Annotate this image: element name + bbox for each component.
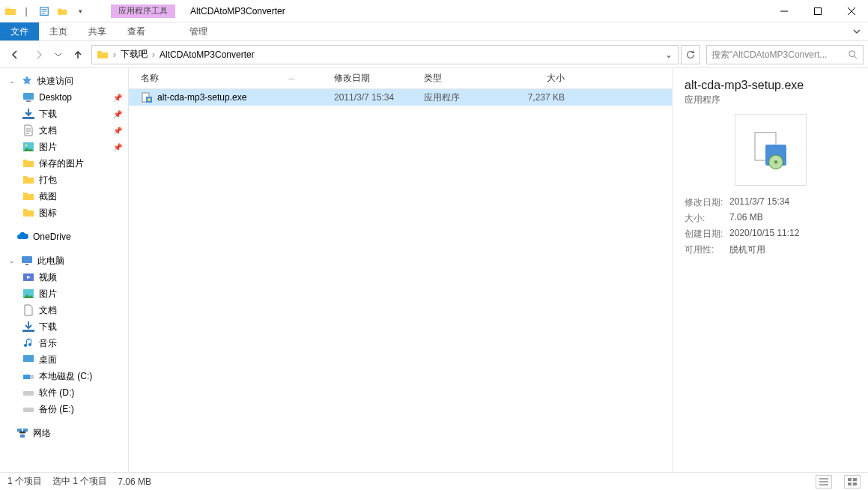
title-bar: | ▾ 应用程序工具 AltCDAtoMP3Converter: [0, 0, 868, 22]
svg-rect-8: [22, 256, 32, 263]
sidebar-item-documents[interactable]: 文档: [0, 302, 128, 318]
sidebar-item-drive-c[interactable]: 本地磁盘 (C:): [0, 368, 128, 384]
forward-button[interactable]: [28, 44, 49, 65]
tab-home[interactable]: 主页: [39, 22, 78, 40]
sidebar-item-desktop[interactable]: 桌面: [0, 351, 128, 368]
view-largeicons-button[interactable]: [844, 475, 861, 489]
qat-dropdown-button[interactable]: ▾: [72, 3, 88, 19]
qat-sep: |: [18, 3, 34, 19]
details-thumbnail: [735, 114, 807, 186]
sidebar-quickaccess[interactable]: ⌄ 快速访问: [0, 73, 128, 89]
search-box[interactable]: [706, 45, 864, 64]
search-input[interactable]: [711, 49, 848, 60]
sidebar-item-folder[interactable]: 保存的图片: [0, 155, 128, 172]
svg-rect-31: [853, 483, 857, 486]
tab-file[interactable]: 文件: [0, 22, 39, 40]
close-button[interactable]: [834, 0, 868, 22]
svg-rect-3: [23, 93, 34, 100]
column-name[interactable]: 名称︿: [136, 72, 330, 85]
app-icon: [4, 5, 16, 17]
up-button[interactable]: [67, 44, 88, 65]
document-icon: [22, 124, 34, 136]
drive-icon: [22, 370, 34, 382]
sidebar-item-pictures[interactable]: 图片: [0, 285, 128, 302]
folder-icon: [22, 157, 34, 169]
minimize-button[interactable]: [767, 0, 801, 22]
sidebar-item-downloads[interactable]: 下载📌: [0, 106, 128, 122]
sidebar-item-downloads[interactable]: 下载: [0, 318, 128, 335]
file-size: 7,237 KB: [509, 92, 569, 103]
sidebar-item-folder[interactable]: 图标: [0, 205, 128, 221]
sidebar-item-drive-d[interactable]: 软件 (D:): [0, 384, 128, 401]
tab-view[interactable]: 查看: [117, 22, 156, 40]
breadcrumb-item[interactable]: 下载吧: [118, 46, 151, 64]
svg-point-2: [849, 50, 855, 56]
folder-icon: [22, 207, 34, 219]
sidebar-item-videos[interactable]: 视频: [0, 269, 128, 285]
navigation-pane[interactable]: ⌄ 快速访问 Desktop📌 下载📌 文档📌 图片📌 保存的图片 打包 截图 …: [0, 68, 129, 472]
status-bar: 1 个项目 选中 1 个项目 7.06 MB: [0, 472, 868, 490]
sidebar-item-documents[interactable]: 文档📌: [0, 122, 128, 139]
sidebar-thispc[interactable]: ⌄此电脑: [0, 252, 128, 269]
file-row[interactable]: alt-cda-mp3-setup.exe 2011/3/7 15:34 应用程…: [129, 89, 672, 106]
svg-rect-4: [26, 100, 31, 102]
file-list[interactable]: alt-cda-mp3-setup.exe 2011/3/7 15:34 应用程…: [129, 89, 672, 472]
picture-icon: [22, 141, 34, 153]
installer-icon: [141, 91, 153, 103]
sidebar-network[interactable]: 网络: [0, 425, 128, 441]
svg-rect-1: [814, 7, 821, 14]
maximize-button[interactable]: [801, 0, 834, 22]
svg-rect-19: [23, 429, 28, 432]
sidebar-item-folder[interactable]: 截图: [0, 188, 128, 205]
details-pane: alt-cda-mp3-setup.exe 应用程序 修改日期:2011/3/7…: [672, 68, 868, 472]
back-button[interactable]: [4, 44, 25, 65]
svg-rect-29: [853, 478, 857, 481]
chevron-right-icon[interactable]: ›: [151, 49, 157, 60]
tab-manage[interactable]: 管理: [169, 22, 228, 40]
collapse-icon[interactable]: ⌄: [9, 257, 16, 264]
picture-icon: [22, 288, 34, 300]
sidebar-item-folder[interactable]: 打包: [0, 172, 128, 188]
file-date: 2011/3/7 15:34: [330, 92, 419, 103]
qat-properties-button[interactable]: [36, 3, 52, 19]
drive-icon: [22, 387, 34, 399]
video-icon: [22, 271, 34, 283]
network-icon: [16, 427, 28, 439]
svg-rect-30: [848, 483, 852, 486]
recent-dropdown[interactable]: [52, 44, 64, 65]
sidebar-item-music[interactable]: 音乐: [0, 335, 128, 351]
folder-icon: [22, 190, 34, 202]
sidebar-onedrive[interactable]: OneDrive: [0, 229, 128, 245]
sidebar-item-desktop[interactable]: Desktop📌: [0, 89, 128, 106]
file-name: alt-cda-mp3-setup.exe: [157, 92, 246, 103]
collapse-icon[interactable]: ⌄: [9, 77, 16, 85]
desktop-icon: [22, 354, 34, 366]
prop-value: 脱机可用: [729, 244, 856, 256]
address-bar[interactable]: › 下载吧 › AltCDAtoMP3Converter ⌄: [91, 45, 679, 64]
column-date[interactable]: 修改日期: [330, 72, 419, 85]
qat-newfolder-button[interactable]: [54, 3, 70, 19]
download-icon: [22, 321, 34, 333]
sidebar-item-drive-e[interactable]: 备份 (E:): [0, 401, 128, 417]
sort-indicator-icon: ︿: [288, 73, 295, 83]
tab-share[interactable]: 共享: [78, 22, 117, 40]
chevron-right-icon[interactable]: ›: [112, 49, 118, 60]
column-size[interactable]: 大小: [509, 72, 569, 85]
sidebar-item-pictures[interactable]: 图片📌: [0, 139, 128, 155]
view-details-button[interactable]: [816, 475, 832, 489]
download-icon: [22, 108, 34, 120]
svg-rect-20: [20, 435, 25, 438]
column-type[interactable]: 类型: [419, 72, 509, 85]
address-dropdown-button[interactable]: ⌄: [661, 49, 676, 60]
svg-point-7: [25, 145, 28, 147]
svg-rect-12: [22, 330, 34, 332]
status-selected-size: 7.06 MB: [118, 477, 151, 487]
breadcrumb-item[interactable]: AltCDAtoMP3Converter: [157, 46, 258, 64]
ribbon-expand-button[interactable]: [846, 22, 868, 40]
search-icon[interactable]: [848, 49, 858, 60]
window-title: AltCDAtoMP3Converter: [190, 6, 285, 16]
address-folder-icon: [97, 49, 109, 61]
svg-rect-9: [25, 264, 28, 265]
refresh-button[interactable]: [681, 45, 700, 64]
prop-key: 修改日期:: [685, 196, 729, 209]
